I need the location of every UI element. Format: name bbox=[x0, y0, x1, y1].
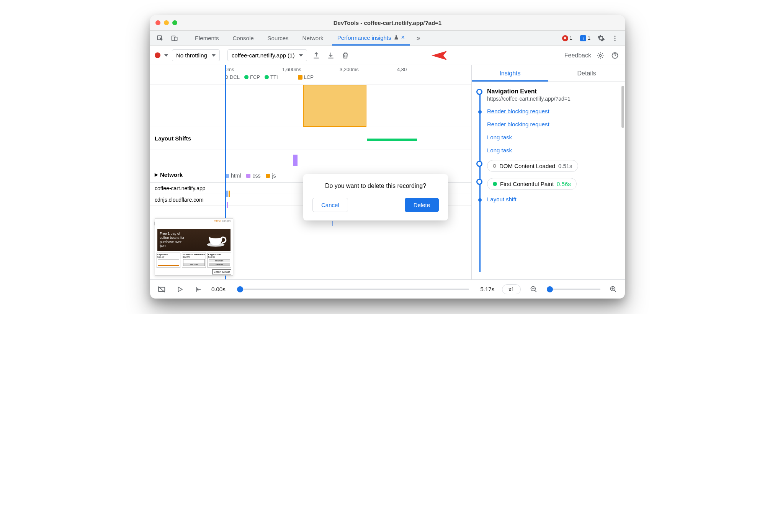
lcp-row bbox=[150, 85, 471, 127]
error-icon: ✕ bbox=[562, 35, 568, 41]
screenshot-thumbnail[interactable]: menu cart (0) Free 1 bag of coffee beans… bbox=[155, 218, 233, 276]
product-thumb: Cappuccino$19.00milk foamsteamed bbox=[208, 253, 231, 268]
insight-navigation[interactable]: Navigation Event https://coffee-cart.net… bbox=[487, 88, 618, 102]
tab-network[interactable]: Network bbox=[297, 31, 329, 45]
chevron-down-icon bbox=[299, 54, 303, 57]
toggle-screenshots-icon[interactable] bbox=[156, 284, 167, 295]
close-tab-icon[interactable]: × bbox=[401, 34, 405, 41]
feedback-link[interactable]: Feedback bbox=[564, 52, 591, 59]
dialog-text: Do you want to delete this recording? bbox=[312, 183, 439, 189]
insight-fcp[interactable]: First Contentful Paint 0.56s bbox=[487, 178, 618, 190]
delete-confirm-dialog: Do you want to delete this recording? Ca… bbox=[303, 174, 448, 220]
marker-lcp[interactable]: LCP bbox=[298, 74, 314, 80]
insight-layout-shift[interactable]: Layout shift bbox=[487, 196, 618, 203]
devtools-window: DevTools - coffee-cart.netlify.app/?ad=1… bbox=[150, 15, 625, 299]
request-bar[interactable] bbox=[332, 221, 333, 226]
layout-shifts-row: Layout Shifts bbox=[150, 127, 471, 150]
tab-insights[interactable]: Insights bbox=[472, 65, 548, 82]
circle-icon bbox=[493, 164, 496, 168]
marker-dcl[interactable]: DCL bbox=[225, 74, 240, 80]
delete-button[interactable]: Delete bbox=[405, 198, 439, 212]
svg-point-5 bbox=[615, 39, 616, 41]
settings-gear-icon[interactable] bbox=[595, 50, 606, 61]
recording-select[interactable]: coffee-cart.netlify.app (1) bbox=[227, 49, 307, 61]
svg-point-6 bbox=[600, 54, 602, 56]
start-time: 0.00s bbox=[211, 286, 226, 292]
tick-label: 3,200ms bbox=[340, 67, 359, 72]
svg-point-9 bbox=[209, 234, 222, 238]
insights-list: Navigation Event https://coffee-cart.net… bbox=[472, 82, 625, 279]
toolbar: No throttling coffee-cart.netlify.app (1… bbox=[150, 46, 625, 65]
tab-elements[interactable]: Elements bbox=[190, 31, 224, 45]
speed-select[interactable]: x1 bbox=[502, 284, 521, 294]
settings-icon[interactable] bbox=[596, 33, 607, 44]
lcp-block[interactable] bbox=[303, 85, 366, 127]
insight-dcl[interactable]: DOM Content Loaded 0.51s bbox=[487, 160, 618, 172]
insights-sidebar: Insights Details Navigation Event https:… bbox=[472, 65, 625, 279]
kebab-menu-icon[interactable] bbox=[610, 33, 620, 44]
chevron-down-icon bbox=[212, 54, 216, 57]
content-area: 0ms 1,600ms 3,200ms 4,80 DCL FCP TTI LCP… bbox=[150, 65, 625, 279]
svg-point-4 bbox=[615, 38, 616, 39]
window-title: DevTools - coffee-cart.netlify.app/?ad=1 bbox=[150, 20, 625, 26]
layout-shift-bar[interactable] bbox=[367, 139, 417, 141]
record-button[interactable] bbox=[155, 52, 160, 58]
tick-label: 4,80 bbox=[397, 67, 407, 72]
marker-fcp[interactable]: FCP bbox=[244, 74, 260, 80]
time-ruler: 0ms 1,600ms 3,200ms 4,80 DCL FCP TTI LCP bbox=[150, 65, 471, 85]
scrollbar[interactable] bbox=[621, 86, 624, 128]
more-tabs-icon[interactable]: » bbox=[413, 33, 424, 44]
error-badge[interactable]: ✕ 1 bbox=[560, 34, 575, 42]
device-toggle-icon[interactable] bbox=[169, 33, 180, 44]
marker-tti[interactable]: TTI bbox=[265, 74, 278, 80]
titlebar: DevTools - coffee-cart.netlify.app/?ad=1 bbox=[150, 15, 625, 31]
record-dropdown[interactable] bbox=[164, 54, 168, 57]
tab-console[interactable]: Console bbox=[227, 31, 259, 45]
import-icon[interactable] bbox=[325, 50, 336, 61]
cancel-button[interactable]: Cancel bbox=[312, 198, 348, 212]
svg-point-3 bbox=[615, 36, 616, 37]
insight-item[interactable]: Long task bbox=[487, 147, 618, 154]
end-time: 5.17s bbox=[481, 286, 495, 292]
spacer-row bbox=[150, 150, 471, 167]
insight-item[interactable]: Long task bbox=[487, 134, 618, 141]
export-icon[interactable] bbox=[311, 50, 322, 61]
inspect-icon[interactable] bbox=[155, 33, 165, 44]
info-badge[interactable]: i 1 bbox=[578, 34, 593, 42]
zoom-out-icon[interactable] bbox=[528, 284, 539, 295]
legend-js: js bbox=[266, 173, 276, 179]
task-block[interactable] bbox=[293, 155, 298, 166]
insight-item[interactable]: Render blocking request bbox=[487, 108, 618, 115]
tick-label: 1,600ms bbox=[282, 67, 301, 72]
tick-label: 0ms bbox=[225, 67, 234, 72]
delete-icon[interactable] bbox=[340, 50, 351, 61]
zoom-in-icon[interactable] bbox=[608, 284, 619, 295]
info-icon: i bbox=[580, 35, 586, 41]
tab-sources[interactable]: Sources bbox=[262, 31, 294, 45]
tab-performance-insights[interactable]: Performance insights × bbox=[332, 31, 410, 46]
request-bar[interactable] bbox=[229, 191, 230, 197]
network-label[interactable]: ▶Network bbox=[150, 167, 225, 182]
product-thumb: Espresso Macchiato$12.00milk foam bbox=[182, 253, 206, 268]
timeline-panel: 0ms 1,600ms 3,200ms 4,80 DCL FCP TTI LCP… bbox=[150, 65, 472, 279]
playback-bar: 0.00s 5.17s x1 bbox=[150, 279, 625, 299]
insight-item[interactable]: Render blocking request bbox=[487, 121, 618, 128]
rewind-icon[interactable] bbox=[193, 284, 204, 295]
zoom-slider[interactable] bbox=[547, 289, 600, 290]
tab-details[interactable]: Details bbox=[548, 65, 625, 82]
svg-rect-2 bbox=[174, 37, 177, 41]
tab-bar: Elements Console Sources Network Perform… bbox=[150, 31, 625, 46]
legend-html: html bbox=[225, 173, 241, 179]
annotation-arrow bbox=[426, 48, 449, 63]
product-thumb: Espresso$10.00 bbox=[157, 253, 180, 268]
help-icon[interactable] bbox=[610, 50, 620, 61]
dot-icon bbox=[493, 182, 497, 186]
play-icon[interactable] bbox=[175, 284, 185, 295]
time-slider[interactable] bbox=[237, 289, 469, 290]
legend-css: css bbox=[246, 173, 260, 179]
flask-icon bbox=[394, 35, 399, 40]
throttling-select[interactable]: No throttling bbox=[172, 49, 220, 61]
